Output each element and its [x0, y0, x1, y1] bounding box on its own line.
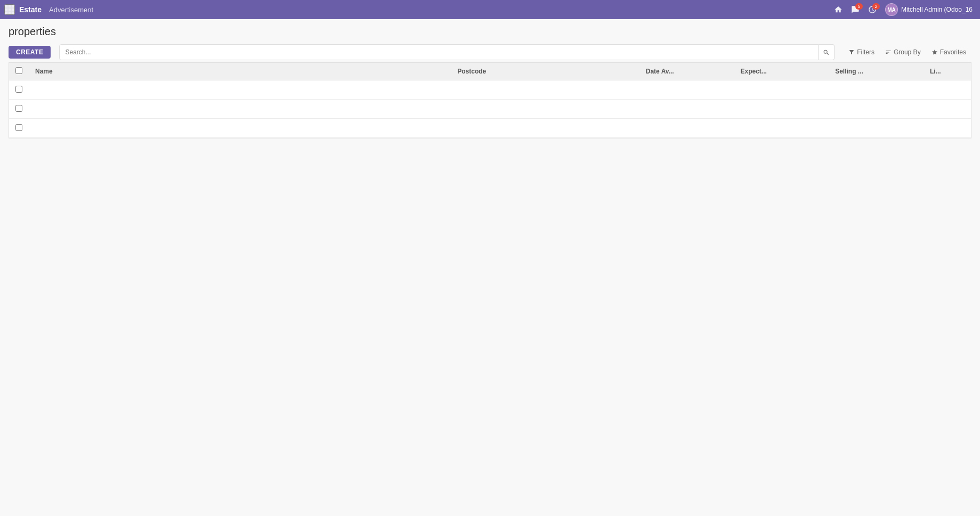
row-expect [734, 119, 829, 138]
row-selling [829, 80, 924, 100]
table-row[interactable] [9, 80, 971, 100]
create-button[interactable]: CREATE [9, 46, 51, 59]
row-postcode [451, 119, 639, 138]
navbar-menu-advertisement[interactable]: Advertisement [46, 6, 96, 14]
messages-button[interactable]: 5 [848, 3, 863, 16]
col-header-postcode[interactable]: Postcode [451, 63, 639, 80]
group-by-icon [885, 49, 892, 55]
toolbar-row: CREATE Filters Group By [9, 44, 971, 60]
navbar-right: 5 2 MA Mitchell Admin (Odoo_16 [831, 2, 976, 17]
col-header-name[interactable]: Name [29, 63, 451, 80]
filter-buttons: Filters Group By Favorites [843, 46, 971, 58]
row-name [29, 80, 451, 100]
row-li [924, 119, 971, 138]
search-icon [823, 49, 830, 56]
search-button[interactable] [819, 44, 835, 60]
row-li [924, 80, 971, 100]
group-by-button[interactable]: Group By [880, 46, 926, 58]
row-name [29, 100, 451, 119]
filter-icon [848, 49, 855, 55]
col-header-selling[interactable]: Selling ... [829, 63, 924, 80]
row-date [639, 100, 734, 119]
row-checkbox[interactable] [15, 105, 22, 112]
page-title: properties [9, 26, 971, 38]
user-menu[interactable]: MA Mitchell Admin (Odoo_16 [882, 2, 976, 17]
row-checkbox[interactable] [15, 124, 22, 131]
favorites-button[interactable]: Favorites [926, 46, 971, 58]
content-wrapper: properties CREATE Filters [0, 19, 980, 143]
user-name: Mitchell Admin (Odoo_16 [901, 6, 973, 13]
navbar-brand[interactable]: Estate [19, 5, 42, 14]
table-wrapper: Name Postcode Date Av... Expect... Selli… [9, 62, 971, 138]
user-avatar: MA [885, 3, 898, 16]
row-expect [734, 80, 829, 100]
star-icon [932, 49, 938, 55]
properties-table: Name Postcode Date Av... Expect... Selli… [9, 63, 971, 138]
select-all-checkbox[interactable] [15, 67, 22, 74]
col-header-date[interactable]: Date Av... [639, 63, 734, 80]
group-by-label: Group By [894, 48, 921, 56]
search-container [59, 44, 835, 60]
row-selling [829, 100, 924, 119]
select-all-header[interactable] [9, 63, 29, 80]
apps-grid-icon [5, 5, 14, 14]
table-row[interactable] [9, 100, 971, 119]
activities-button[interactable]: 2 [865, 3, 880, 16]
table-row[interactable] [9, 119, 971, 138]
row-checkbox[interactable] [15, 86, 22, 93]
col-header-expect[interactable]: Expect... [734, 63, 829, 80]
navbar-left: Estate Advertisement [4, 4, 96, 15]
row-postcode [451, 100, 639, 119]
search-input[interactable] [59, 44, 819, 60]
table-body [9, 80, 971, 138]
table-header-row: Name Postcode Date Av... Expect... Selli… [9, 63, 971, 80]
row-date [639, 80, 734, 100]
filters-button[interactable]: Filters [843, 46, 880, 58]
navbar: Estate Advertisement 5 2 MA Mitchell Adm… [0, 0, 980, 19]
row-postcode [451, 80, 639, 100]
row-li [924, 100, 971, 119]
filters-label: Filters [857, 48, 874, 56]
col-header-li[interactable]: Li... [924, 63, 971, 80]
row-expect [734, 100, 829, 119]
home-button[interactable] [831, 3, 846, 16]
row-selling [829, 119, 924, 138]
messages-badge: 5 [855, 3, 863, 10]
row-name [29, 119, 451, 138]
apps-menu-button[interactable] [4, 4, 15, 15]
home-icon [834, 5, 843, 14]
activities-badge: 2 [872, 3, 880, 10]
favorites-label: Favorites [940, 48, 966, 56]
table-header: Name Postcode Date Av... Expect... Selli… [9, 63, 971, 80]
row-date [639, 119, 734, 138]
